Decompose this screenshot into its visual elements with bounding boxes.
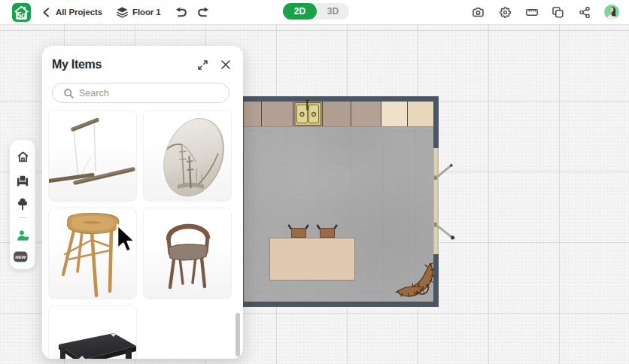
svg-text:5d: 5d: [17, 11, 26, 20]
svg-text:NEW: NEW: [15, 255, 26, 259]
